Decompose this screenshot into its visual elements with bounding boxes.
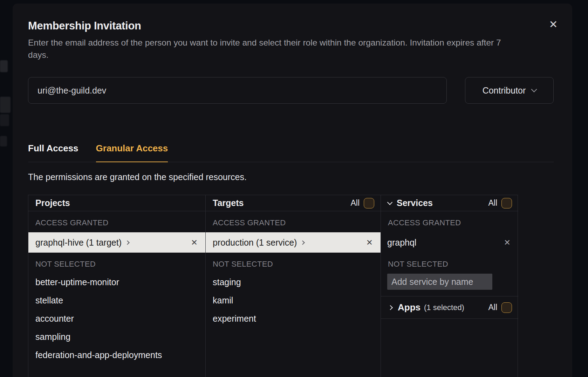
- column-projects: Projects ACCESS GRANTED graphql-hive (1 …: [28, 195, 205, 377]
- project-item[interactable]: better-uptime-monitor: [28, 273, 205, 291]
- target-item[interactable]: kamil: [206, 291, 381, 309]
- background-content-fragment: [0, 97, 11, 113]
- apps-all-checkbox[interactable]: [501, 302, 512, 313]
- permissions-note: The permissions are granted on the speci…: [28, 172, 554, 182]
- add-service-input[interactable]: [387, 274, 492, 290]
- targets-list: staging kamil experiment: [206, 273, 381, 328]
- access-granted-label: ACCESS GRANTED: [381, 211, 518, 227]
- column-header-services[interactable]: Services All: [381, 195, 518, 211]
- role-select-value: Contributor: [483, 85, 526, 96]
- tab-granular-access[interactable]: Granular Access: [96, 143, 168, 162]
- resource-table: Projects ACCESS GRANTED graphql-hive (1 …: [28, 195, 518, 377]
- selected-target-name: production (1 service): [213, 238, 297, 248]
- granted-service-row[interactable]: graphql ✕: [381, 232, 518, 253]
- services-all-checkbox[interactable]: [501, 198, 512, 208]
- target-item[interactable]: experiment: [206, 309, 381, 328]
- access-tabs: Full Access Granular Access: [28, 143, 554, 162]
- project-item[interactable]: accounter: [28, 309, 205, 328]
- remove-target-button[interactable]: ✕: [365, 237, 374, 248]
- project-item[interactable]: stellate: [28, 291, 205, 309]
- projects-header-label: Projects: [35, 198, 70, 208]
- not-selected-label: NOT SELECTED: [206, 253, 381, 269]
- targets-all-checkbox[interactable]: [364, 198, 374, 208]
- project-item[interactable]: federation-and-app-deployments: [28, 346, 205, 364]
- modal-description: Enter the email address of the person yo…: [28, 36, 520, 61]
- apps-count: (1 selected): [424, 303, 464, 312]
- column-targets: Targets All ACCESS GRANTED production (1…: [205, 195, 381, 377]
- column-header-projects: Projects: [28, 195, 205, 211]
- column-header-targets: Targets All: [206, 195, 381, 211]
- apps-all-label: All: [488, 303, 497, 312]
- target-item[interactable]: staging: [206, 273, 381, 291]
- column-services: Services All ACCESS GRANTED graphql ✕ NO…: [381, 195, 518, 377]
- close-button[interactable]: ✕: [546, 18, 560, 32]
- invite-controls-row: Contributor: [28, 77, 554, 104]
- chevron-right-icon: [301, 240, 305, 245]
- apps-row[interactable]: Apps (1 selected) All: [381, 296, 518, 319]
- role-select[interactable]: Contributor: [465, 77, 554, 104]
- selected-project-name: graphql-hive (1 target): [35, 238, 122, 248]
- close-icon: ✕: [549, 19, 558, 30]
- targets-all-label: All: [350, 198, 360, 208]
- apps-label: Apps: [398, 302, 421, 313]
- chevron-down-icon: [387, 199, 393, 205]
- remove-service-button[interactable]: ✕: [502, 237, 512, 248]
- targets-header-label: Targets: [213, 198, 244, 208]
- tab-full-access[interactable]: Full Access: [28, 143, 78, 162]
- selected-project-row[interactable]: graphql-hive (1 target) ✕: [28, 232, 205, 253]
- email-input[interactable]: [28, 77, 447, 104]
- not-selected-label: NOT SELECTED: [28, 253, 205, 269]
- access-granted-label: ACCESS GRANTED: [28, 211, 205, 227]
- services-all-label: All: [488, 198, 497, 208]
- page-title: Membership Invitation: [28, 20, 554, 32]
- not-selected-label: NOT SELECTED: [381, 253, 518, 269]
- background-content-fragment: [0, 136, 7, 146]
- selected-target-row[interactable]: production (1 service) ✕: [206, 232, 381, 253]
- access-granted-label: ACCESS GRANTED: [206, 211, 381, 227]
- chevron-right-icon: [388, 305, 393, 310]
- granted-service-name: graphql: [387, 238, 416, 248]
- chevron-right-icon: [125, 240, 130, 245]
- project-item[interactable]: sampling: [28, 328, 205, 346]
- background-content-fragment: [0, 60, 8, 72]
- membership-invitation-modal: ✕ Membership Invitation Enter the email …: [13, 4, 572, 377]
- projects-list: better-uptime-monitor stellate accounter…: [28, 273, 205, 364]
- background-content-fragment: [0, 114, 9, 126]
- chevron-down-icon: [531, 87, 537, 92]
- services-header-label: Services: [397, 198, 433, 208]
- remove-project-button[interactable]: ✕: [190, 237, 199, 248]
